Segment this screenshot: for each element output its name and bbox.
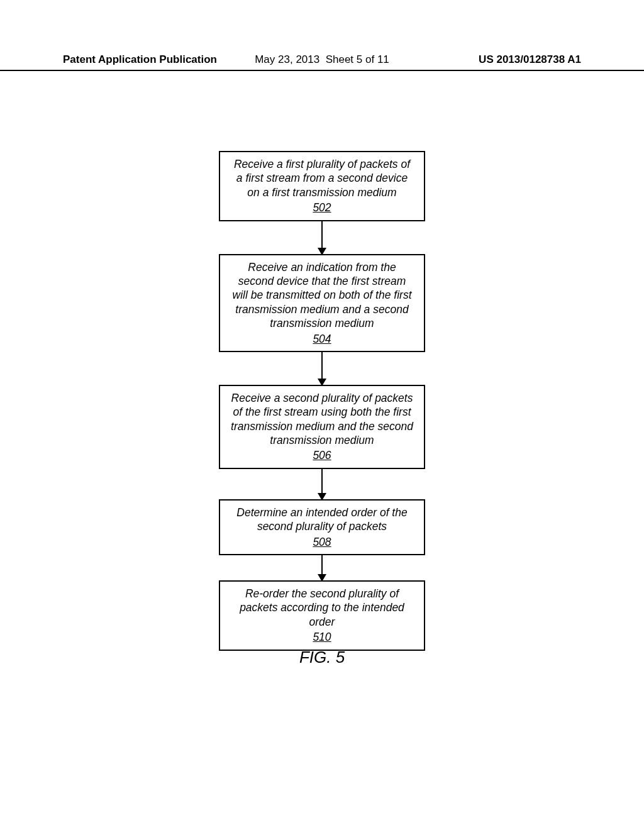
header-publication-type: Patent Application Publication [63, 53, 217, 66]
header-date-sheet: May 23, 2013 Sheet 5 of 11 [255, 53, 389, 66]
step-ref: 502 [230, 201, 414, 214]
step-ref: 506 [230, 448, 414, 462]
step-text: Receive a first plurality of packets of … [234, 158, 410, 199]
flowchart-arrow [321, 555, 323, 580]
flowchart-arrow [321, 352, 323, 385]
step-ref: 504 [230, 332, 414, 346]
header-date: May 23, 2013 [255, 53, 319, 65]
flowchart-step-506: Receive a second plurality of packets of… [219, 385, 425, 469]
flowchart-arrow [321, 221, 323, 254]
flowchart-step-504: Receive an indication from the second de… [219, 254, 425, 352]
flowchart-step-502: Receive a first plurality of packets of … [219, 151, 425, 221]
step-text: Receive a second plurality of packets of… [231, 392, 413, 446]
flowchart-step-508: Determine an intended order of the secon… [219, 499, 425, 555]
header-sheet: Sheet 5 of 11 [326, 53, 389, 65]
figure-label: FIG. 5 [299, 648, 345, 667]
header-pub-number: US 2013/0128738 A1 [479, 53, 581, 66]
flowchart-arrow [321, 469, 323, 499]
flowchart: Receive a first plurality of packets of … [219, 151, 425, 651]
page-header: Patent Application Publication May 23, 2… [0, 53, 644, 71]
step-text: Receive an indication from the second de… [233, 261, 412, 330]
step-ref: 510 [230, 630, 414, 644]
step-text: Re-order the second plurality of packets… [240, 587, 404, 628]
flowchart-step-510: Re-order the second plurality of packets… [219, 580, 425, 651]
step-ref: 508 [230, 535, 414, 549]
step-text: Determine an intended order of the secon… [236, 506, 407, 533]
